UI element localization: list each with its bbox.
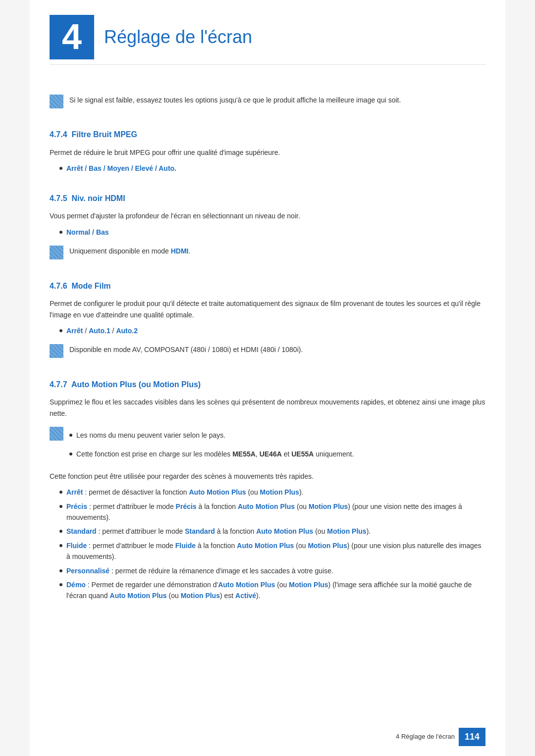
note-icon-477 (50, 427, 63, 441)
item-precis-text: Précis : permet d'attribuer le mode Préc… (66, 501, 485, 523)
section-476-options: Arrêt / Auto.1 / Auto.2 (59, 325, 485, 336)
section-477-description-extra: Cette fonction peut être utilisée pour r… (50, 471, 485, 482)
item-personnalise-text: Personnalisé : permet de réduire la réma… (66, 565, 333, 576)
section-475-title: 4.7.5 Niv. noir HDMI (50, 192, 485, 205)
page-container: 4 Réglage de l'écran Si le signal est fa… (0, 0, 535, 756)
footer-page-number: 114 (459, 728, 485, 746)
bullet-dot (59, 491, 62, 494)
item-fluide: Fluide : permet d'attribuer le mode Flui… (59, 540, 485, 562)
section-474-title: 4.7.4 Filtre Bruit MPEG (50, 128, 485, 141)
bullet-dot (59, 569, 62, 572)
section-474-options-text: Arrêt / Bas / Moyen / Elevé / Auto. (66, 163, 176, 174)
chapter-number: 4 (50, 15, 94, 59)
note-icon (50, 95, 63, 108)
note-signal-text: Si le signal est faible, essayez toutes … (69, 95, 401, 105)
note-bullet-2-text: Cette fonction est prise en charge sur l… (76, 449, 354, 459)
note-bullet-1: Les noms du menu peuvent varier selon le… (69, 430, 354, 441)
section-476-options-text: Arrêt / Auto.1 / Auto.2 (66, 325, 138, 336)
item-standard: Standard : permet d'attribuer le mode St… (59, 526, 485, 537)
section-476-description: Permet de configurer le produit pour qu'… (50, 298, 485, 320)
bullet-dot (69, 453, 72, 455)
section-475-description: Vous permet d'ajuster la profondeur de l… (50, 210, 485, 221)
section-477-title: 4.7.7 Auto Motion Plus (ou Motion Plus) (50, 378, 485, 391)
footer-text: 4 Réglage de l'écran (396, 732, 455, 742)
bullet-dot (69, 434, 72, 437)
chapter-title: Réglage de l'écran (104, 23, 252, 51)
chapter-number-text: 4 (62, 8, 82, 65)
hdmi-label: HDMI (171, 247, 189, 255)
bullet-dot (59, 167, 62, 170)
note-signal-box: Si le signal est faible, essayez toutes … (50, 95, 485, 110)
section-476-note-box: Disponible en mode AV, COMPOSANT (480i /… (50, 344, 485, 360)
note-bullet-2: Cette fonction est prise en charge sur l… (69, 449, 354, 459)
item-arret-text: Arrêt : permet de désactiver la fonction… (66, 487, 303, 498)
content-area: 4 Réglage de l'écran Si le signal est fa… (30, 0, 505, 756)
item-standard-text: Standard : permet d'attribuer le mode St… (66, 526, 371, 537)
section-474-options: Arrêt / Bas / Moyen / Elevé / Auto. (59, 163, 485, 174)
section-476-title: 4.7.6 Mode Film (50, 280, 485, 293)
bullet-dot (59, 505, 62, 508)
item-arret: Arrêt : permet de désactiver la fonction… (59, 487, 485, 498)
item-demo: Démo : Permet de regarder une démonstrat… (59, 579, 485, 602)
section-477-note-bullets: Les noms du menu peuvent varier selon le… (69, 427, 354, 463)
bullet-dot (59, 583, 62, 586)
section-477-description-intro: Supprimez le flou et les saccades visibl… (50, 397, 485, 419)
bullet-dot (59, 231, 62, 234)
item-precis: Précis : permet d'attribuer le mode Préc… (59, 501, 485, 523)
bullet-dot (59, 544, 62, 547)
section-474-description: Permet de réduire le bruit MPEG pour off… (50, 147, 485, 158)
bullet-dot (59, 329, 62, 332)
page-footer: 4 Réglage de l'écran 114 (396, 728, 485, 746)
section-475-options: Normal / Bas (59, 227, 485, 238)
section-475-note-text: Uniquement disponible en mode HDMI. (69, 246, 190, 256)
item-fluide-text: Fluide : permet d'attribuer le mode Flui… (66, 540, 485, 562)
section-475-note-box: Uniquement disponible en mode HDMI. (50, 246, 485, 261)
item-demo-text: Démo : Permet de regarder une démonstrat… (66, 579, 485, 602)
note-icon-476 (50, 344, 63, 358)
section-476-note-text: Disponible en mode AV, COMPOSANT (480i /… (69, 344, 303, 355)
item-personnalise: Personnalisé : permet de réduire la réma… (59, 565, 485, 576)
chapter-header: 4 Réglage de l'écran (50, 15, 485, 65)
note-bullet-1-text: Les noms du menu peuvent varier selon le… (76, 430, 225, 441)
section-475-options-text: Normal / Bas (66, 227, 109, 238)
note-icon-475 (50, 246, 63, 259)
section-477-note-box: Les noms du menu peuvent varier selon le… (50, 427, 485, 463)
bullet-dot (59, 530, 62, 533)
